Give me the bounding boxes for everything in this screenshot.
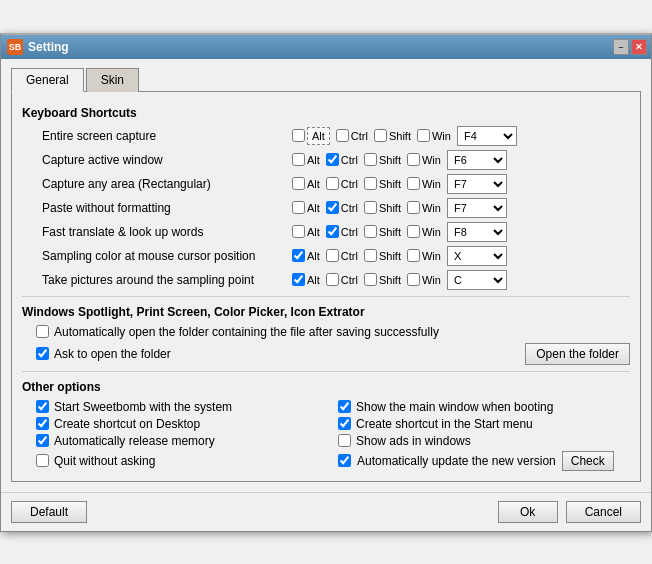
tab-skin[interactable]: Skin	[86, 68, 139, 92]
cb-win-6[interactable]	[407, 273, 420, 286]
mod-ctrl-1: Ctrl	[326, 153, 358, 166]
other-label-0: Start Sweetbomb with the system	[54, 400, 232, 414]
shortcut-row-capture-window: Capture active window Alt Ctrl Shift	[22, 150, 630, 170]
key-select-2[interactable]: F7	[447, 174, 507, 194]
modifier-group-1: Alt Ctrl Shift Win F6	[292, 150, 630, 170]
check-button[interactable]: Check	[562, 451, 614, 471]
cb-win-2[interactable]	[407, 177, 420, 190]
cb-auto-open[interactable]	[36, 325, 49, 338]
shortcut-row-take-pictures: Take pictures around the sampling point …	[22, 270, 630, 290]
mod-ctrl-2: Ctrl	[326, 177, 358, 190]
ok-button[interactable]: Ok	[498, 501, 558, 523]
cb-win-1[interactable]	[407, 153, 420, 166]
shortcut-row-entire-screen: Entire screen capture Alt Ctrl Shift	[22, 126, 630, 146]
mod-win-2: Win	[407, 177, 441, 190]
mod-shift-0: Shift	[374, 129, 411, 142]
key-select-0[interactable]: F4	[457, 126, 517, 146]
auto-open-label: Automatically open the folder containing…	[54, 325, 439, 339]
close-button[interactable]: ✕	[631, 39, 647, 55]
cb-other-1[interactable]	[338, 400, 351, 413]
key-select-1[interactable]: F6	[447, 150, 507, 170]
mod-ctrl-0: Ctrl	[336, 129, 368, 142]
mod-win-1: Win	[407, 153, 441, 166]
cb-other-4[interactable]	[36, 434, 49, 447]
cb-alt-2[interactable]	[292, 177, 305, 190]
cb-ctrl-0[interactable]	[336, 129, 349, 142]
shortcut-row-translate: Fast translate & look up words Alt Ctrl …	[22, 222, 630, 242]
cancel-button[interactable]: Cancel	[566, 501, 641, 523]
cb-other-5[interactable]	[338, 434, 351, 447]
mod-shift-6: Shift	[364, 273, 401, 286]
settings-window: SB Setting – ✕ General Skin Keyboard Sho…	[0, 33, 652, 532]
mod-shift-3: Shift	[364, 201, 401, 214]
mod-ctrl-4: Ctrl	[326, 225, 358, 238]
tab-bar: General Skin	[11, 67, 641, 91]
modifier-group-0: Alt Ctrl Shift Win F4	[292, 126, 630, 146]
mod-shift-5: Shift	[364, 249, 401, 262]
cb-ctrl-3[interactable]	[326, 201, 339, 214]
cb-alt-5[interactable]	[292, 249, 305, 262]
key-select-6[interactable]: C	[447, 270, 507, 290]
open-folder-button[interactable]: Open the folder	[525, 343, 630, 365]
cb-other-7[interactable]	[338, 454, 351, 467]
keyboard-shortcuts-title: Keyboard Shortcuts	[22, 106, 630, 120]
mod-win-3: Win	[407, 201, 441, 214]
bottom-right-buttons: Ok Cancel	[498, 501, 641, 523]
shortcut-label-0: Entire screen capture	[42, 129, 292, 143]
other-label-3: Create shortcut in the Start menu	[356, 417, 533, 431]
cb-shift-6[interactable]	[364, 273, 377, 286]
key-select-3[interactable]: F7	[447, 198, 507, 218]
cb-other-0[interactable]	[36, 400, 49, 413]
cb-ctrl-2[interactable]	[326, 177, 339, 190]
shortcut-label-3: Paste without formatting	[42, 201, 292, 215]
cb-shift-1[interactable]	[364, 153, 377, 166]
cb-shift-3[interactable]	[364, 201, 377, 214]
cb-alt-4[interactable]	[292, 225, 305, 238]
cb-alt-0[interactable]	[292, 129, 305, 142]
cb-other-2[interactable]	[36, 417, 49, 430]
cb-ctrl-5[interactable]	[326, 249, 339, 262]
cb-win-4[interactable]	[407, 225, 420, 238]
shortcut-row-capture-area: Capture any area (Rectangular) Alt Ctrl …	[22, 174, 630, 194]
cb-win-0[interactable]	[417, 129, 430, 142]
modifier-group-4: Alt Ctrl Shift Win F8	[292, 222, 630, 242]
tab-general[interactable]: General	[11, 68, 84, 92]
cb-shift-5[interactable]	[364, 249, 377, 262]
cb-alt-1[interactable]	[292, 153, 305, 166]
cb-ctrl-6[interactable]	[326, 273, 339, 286]
mod-alt-4: Alt	[292, 225, 320, 238]
other-options-grid: Start Sweetbomb with the system Show the…	[22, 400, 630, 471]
cb-other-3[interactable]	[338, 417, 351, 430]
cb-shift-0[interactable]	[374, 129, 387, 142]
other-label-1: Show the main window when booting	[356, 400, 553, 414]
default-button[interactable]: Default	[11, 501, 87, 523]
key-select-4[interactable]: F8	[447, 222, 507, 242]
other-item-7: Automatically update the new version Che…	[338, 451, 630, 471]
cb-shift-2[interactable]	[364, 177, 377, 190]
spotlight-section: Windows Spotlight, Print Screen, Color P…	[22, 305, 630, 365]
key-select-5[interactable]: X	[447, 246, 507, 266]
cb-ctrl-4[interactable]	[326, 225, 339, 238]
other-item-2: Create shortcut on Desktop	[36, 417, 328, 431]
mod-alt-2: Alt	[292, 177, 320, 190]
cb-shift-4[interactable]	[364, 225, 377, 238]
minimize-button[interactable]: –	[613, 39, 629, 55]
modifier-group-3: Alt Ctrl Shift Win F7	[292, 198, 630, 218]
mod-alt-5: Alt	[292, 249, 320, 262]
alt-label-0: Alt	[307, 127, 330, 145]
cb-win-5[interactable]	[407, 249, 420, 262]
other-item-3: Create shortcut in the Start menu	[338, 417, 630, 431]
other-label-2: Create shortcut on Desktop	[54, 417, 200, 431]
cb-ask-open[interactable]	[36, 347, 49, 360]
cb-alt-3[interactable]	[292, 201, 305, 214]
modifier-group-6: Alt Ctrl Shift Win C	[292, 270, 630, 290]
shortcut-label-1: Capture active window	[42, 153, 292, 167]
cb-win-3[interactable]	[407, 201, 420, 214]
cb-alt-6[interactable]	[292, 273, 305, 286]
mod-ctrl-6: Ctrl	[326, 273, 358, 286]
other-options-title: Other options	[22, 380, 630, 394]
cb-other-6[interactable]	[36, 454, 49, 467]
cb-ctrl-1[interactable]	[326, 153, 339, 166]
shortcut-row-sampling: Sampling color at mouse cursor position …	[22, 246, 630, 266]
shortcut-label-6: Take pictures around the sampling point	[42, 273, 292, 287]
